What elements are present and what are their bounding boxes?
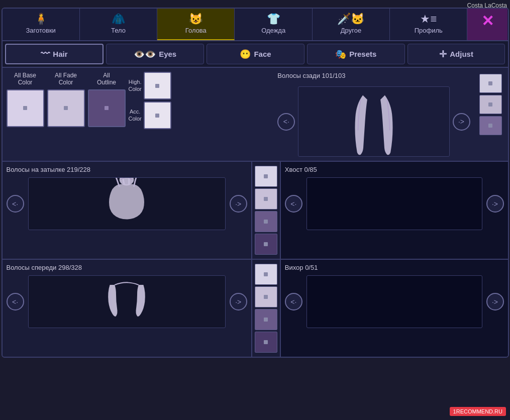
nape-swatch-2[interactable] xyxy=(255,188,277,209)
tab-other[interactable]: 🗡️🐱 Другое xyxy=(313,9,390,40)
recommend-badge: 1RECOMMEND.RU xyxy=(450,407,506,416)
fs-dot-4 xyxy=(264,340,268,344)
swatch-dot-3 xyxy=(105,106,109,110)
cowlick-right-arrow: ·> xyxy=(492,298,498,306)
cowlick-panel: Вихор 0/51 <· ·> xyxy=(281,260,508,357)
back-hair-preview xyxy=(298,86,449,157)
tab-profile[interactable]: ★≡ Профиль xyxy=(390,9,467,40)
all-fade-color-group: All FadeColor xyxy=(47,72,85,127)
cowlick-content: <· ·> xyxy=(285,275,504,328)
top-navigation: 🧍 Заготовки 🧥 Тело 😺 Голова 👕 Одежда 🗡️🐱… xyxy=(3,9,508,41)
cowlick-prev[interactable]: <· xyxy=(285,293,302,310)
tail-next[interactable]: ·> xyxy=(486,195,504,213)
all-outline-group: AllOutline xyxy=(88,72,126,127)
hair-row-2: Волосы спереди 298/328 <· xyxy=(3,260,508,357)
front-hair-prev[interactable]: <· xyxy=(7,293,24,310)
front-hair-preview xyxy=(28,275,226,328)
front-swatch-3[interactable] xyxy=(255,309,277,330)
tab-close[interactable]: ✕ xyxy=(467,9,507,40)
nape-hair-svg xyxy=(101,177,152,230)
close-icon: ✕ xyxy=(481,14,494,29)
body-icon: 🧥 xyxy=(112,14,125,25)
sub-tab-presets-label: Presets xyxy=(349,50,376,58)
back-hair-top-section: Волосы сзади 101/103 <· xyxy=(273,72,474,157)
back-hair-svg xyxy=(344,86,404,157)
hair-sections-grid: Волосы на затылке 219/228 <· xyxy=(3,162,508,357)
back-hair-prev[interactable]: <· xyxy=(277,113,295,131)
back-swatch-3[interactable] xyxy=(479,116,502,135)
nape-hair-prev[interactable]: <· xyxy=(7,195,24,213)
back-swatch-2[interactable] xyxy=(479,95,502,114)
tab-head[interactable]: 😺 Голова xyxy=(157,9,235,40)
eyes-icon: 👁️👁️ xyxy=(134,49,156,60)
nape-hair-next[interactable]: ·> xyxy=(230,195,247,213)
all-outline-label: AllOutline xyxy=(97,72,116,86)
watermark: Costa LaCosta xyxy=(467,2,507,9)
all-base-color-group: All BaseColor xyxy=(7,72,44,127)
ns-dot-1 xyxy=(264,174,268,178)
all-base-color-swatch[interactable] xyxy=(7,89,44,127)
tail-prev[interactable]: <· xyxy=(285,195,302,213)
back-hair-title: Волосы сзади 101/103 xyxy=(277,72,345,79)
sub-tab-eyes[interactable]: 👁️👁️ Eyes xyxy=(106,44,204,64)
all-base-color-label: All BaseColor xyxy=(14,72,36,86)
swatch-dot-r1 xyxy=(488,81,492,85)
tail-preview xyxy=(307,177,482,230)
tab-blanks[interactable]: 🧍 Заготовки xyxy=(3,9,80,40)
face-icon: 😶 xyxy=(240,49,251,60)
front-swatch-2[interactable] xyxy=(255,286,277,307)
tail-content: <· ·> xyxy=(285,177,504,230)
front-hair-next[interactable]: ·> xyxy=(230,293,247,310)
front-swatch-4[interactable] xyxy=(255,332,277,353)
nape-swatch-1[interactable] xyxy=(255,166,277,187)
hair-icon: 〰 xyxy=(41,49,50,59)
blanks-icon: 🧍 xyxy=(34,14,48,25)
tab-head-label: Голова xyxy=(185,27,207,34)
tab-clothes[interactable]: 👕 Одежда xyxy=(235,9,312,40)
swatch-dot-r2 xyxy=(488,102,492,107)
nape-swatch-3[interactable] xyxy=(255,211,277,232)
front-swatch-1[interactable] xyxy=(255,264,277,285)
ns-dot-3 xyxy=(264,220,268,224)
nape-swatch-4[interactable] xyxy=(255,234,277,255)
all-fade-color-swatch[interactable] xyxy=(47,89,85,127)
tail-title: Хвост 0/85 xyxy=(285,166,504,173)
swatch-dot-r3 xyxy=(488,124,492,128)
tab-body[interactable]: 🧥 Тело xyxy=(80,9,157,40)
front-hair-svg xyxy=(101,275,152,328)
sub-tab-face[interactable]: 😶 Face xyxy=(207,44,304,64)
back-hair-swatches xyxy=(477,72,504,137)
acc-color-label: Acc.Color xyxy=(129,109,142,122)
back-hair-next[interactable]: ·> xyxy=(453,113,470,131)
sub-tab-adjust-label: Adjust xyxy=(450,50,473,58)
tab-blanks-label: Заготовки xyxy=(26,27,55,34)
sub-tab-hair-label: Hair xyxy=(53,50,67,58)
nape-right-arrow: ·> xyxy=(235,200,241,208)
presets-icon: 🎭 xyxy=(335,49,346,60)
fs-dot-2 xyxy=(264,295,268,299)
cowlick-left-arrow: <· xyxy=(290,298,296,306)
tail-right-arrow: ·> xyxy=(492,200,498,208)
other-icon: 🗡️🐱 xyxy=(337,14,364,25)
high-color-swatch[interactable] xyxy=(144,72,171,99)
sub-tab-adjust[interactable]: ✛ Adjust xyxy=(407,44,505,64)
swatch-dot-5 xyxy=(155,114,159,118)
fs-dot-3 xyxy=(264,318,268,322)
tab-profile-label: Профиль xyxy=(415,27,443,34)
cowlick-title: Вихор 0/51 xyxy=(285,264,504,271)
front-hair-title: Волосы спереди 298/328 xyxy=(7,264,247,271)
main-container: 🧍 Заготовки 🧥 Тело 😺 Голова 👕 Одежда 🗡️🐱… xyxy=(2,8,509,358)
acc-color-swatch[interactable] xyxy=(144,101,171,129)
back-swatch-1[interactable] xyxy=(479,74,502,93)
sub-tab-presets[interactable]: 🎭 Presets xyxy=(307,44,405,64)
tab-other-label: Другое xyxy=(341,27,361,34)
cowlick-next[interactable]: ·> xyxy=(486,293,504,310)
all-outline-swatch[interactable] xyxy=(88,89,126,127)
swatch-dot-4 xyxy=(155,84,159,88)
back-hair-controls: <· ·> xyxy=(277,86,470,157)
adjust-icon: ✛ xyxy=(439,49,447,60)
front-right-arrow: ·> xyxy=(235,298,241,306)
head-icon: 😺 xyxy=(189,14,202,25)
ns-dot-4 xyxy=(264,242,268,246)
sub-tab-hair[interactable]: 〰 Hair xyxy=(5,44,104,64)
